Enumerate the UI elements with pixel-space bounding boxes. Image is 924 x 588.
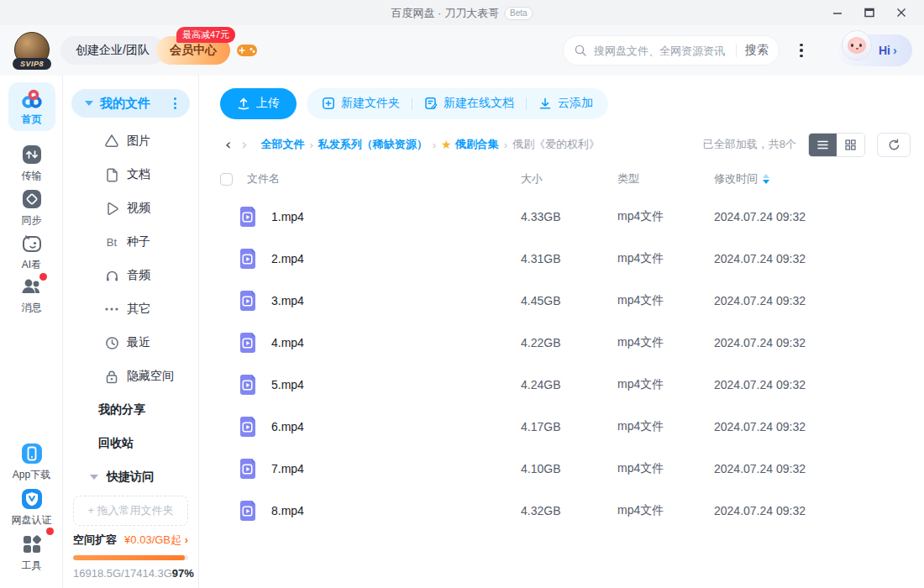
- documents-icon: [103, 168, 120, 182]
- file-size: 4.45GB: [521, 294, 617, 307]
- sidebar-item-quick-access[interactable]: 快捷访问: [63, 460, 198, 494]
- sidebar-item-recycle-bin[interactable]: 回收站: [63, 427, 198, 460]
- vip-center-button[interactable]: 会员中心 最高减47元: [156, 36, 230, 65]
- file-modified: 2024.07.24 09:32: [714, 378, 911, 391]
- audio-icon: [103, 269, 120, 282]
- nav-forward-button[interactable]: ›: [236, 137, 252, 152]
- titlebar: 百度网盘 · 刀刀大表哥 Beta: [0, 0, 924, 25]
- file-type: mp4文件: [617, 209, 714, 224]
- mp4-file-icon: [238, 332, 258, 354]
- breadcrumb-all-files[interactable]: 全部文件: [260, 137, 304, 152]
- upload-button[interactable]: 上传: [220, 88, 297, 119]
- file-row[interactable]: 6.mp4 4.17GB mp4文件 2024.07.24 09:32: [220, 406, 911, 448]
- mp4-file-icon: [238, 458, 258, 480]
- breadcrumb-collection[interactable]: 俄剧合集: [455, 137, 499, 152]
- grid-view-button[interactable]: [837, 134, 864, 156]
- file-row[interactable]: 7.mp4 4.10GB mp4文件 2024.07.24 09:32: [220, 448, 911, 490]
- videos-icon: [103, 202, 120, 216]
- search-separator: [736, 44, 737, 57]
- mp4-file-icon: [238, 500, 258, 522]
- file-name: 7.mp4: [271, 462, 304, 475]
- search-button[interactable]: 搜索: [745, 43, 769, 58]
- rail-item-transfer[interactable]: 传输: [0, 143, 63, 183]
- file-row[interactable]: 3.mp4 4.45GB mp4文件 2024.07.24 09:32: [220, 280, 911, 322]
- maximize-button[interactable]: [853, 0, 885, 25]
- svip-badge: SVIP8: [13, 58, 51, 70]
- sort-icon[interactable]: [763, 174, 769, 184]
- my-files-more-icon[interactable]: [171, 94, 180, 113]
- clock-icon: [103, 336, 120, 350]
- close-button[interactable]: [885, 0, 917, 25]
- refresh-icon: [888, 139, 900, 151]
- column-size: 大小: [521, 171, 617, 186]
- chevron-right-icon: ›: [893, 44, 897, 57]
- window-title: 百度网盘 · 刀刀大表哥 Beta: [391, 6, 533, 21]
- file-type: mp4文件: [617, 461, 714, 476]
- window-controls: [822, 0, 917, 25]
- new-folder-button[interactable]: 新建文件夹: [322, 96, 400, 111]
- rail-item-sync[interactable]: 同步: [0, 187, 63, 228]
- star-icon: ★: [441, 138, 452, 151]
- sidebar-item-my-files[interactable]: 我的文件: [71, 89, 190, 118]
- transfer-icon: [20, 143, 44, 166]
- sidebar-item-videos[interactable]: 视频: [63, 192, 198, 225]
- file-modified: 2024.07.24 09:32: [714, 294, 911, 307]
- file-name: 5.mp4: [271, 378, 304, 391]
- game-icon[interactable]: [236, 42, 258, 59]
- main-content: 上传 新建文件夹 新建在线文档: [199, 76, 924, 588]
- file-name: 3.mp4: [271, 294, 304, 307]
- file-row[interactable]: 1.mp4 4.33GB mp4文件 2024.07.24 09:32: [220, 196, 911, 238]
- app-title: 百度网盘 · 刀刀大表哥: [391, 6, 499, 21]
- list-view-icon: [817, 140, 828, 150]
- cloud-add-button[interactable]: 云添加: [538, 96, 593, 111]
- storage-expand-link[interactable]: 空间扩容 ¥0.03/GB起 ›: [73, 533, 188, 548]
- sidebar-item-recent[interactable]: 最近: [63, 326, 198, 360]
- more-menu-icon[interactable]: [793, 40, 810, 60]
- select-all-checkbox[interactable]: [220, 173, 233, 186]
- file-row[interactable]: 2.mp4 4.31GB mp4文件 2024.07.24 09:32: [220, 238, 911, 280]
- rail-item-app-download[interactable]: App下载: [0, 442, 63, 482]
- nav-back-button[interactable]: ‹: [220, 137, 236, 152]
- breadcrumb-row: ‹ › 全部文件 › 私发系列（稀缺资源） › ★ 俄剧合集 › 俄剧《爱的权利…: [220, 132, 911, 157]
- list-view-button[interactable]: [809, 134, 837, 156]
- user-greeting-pill[interactable]: Hi ›: [838, 34, 912, 66]
- file-row[interactable]: 4.mp4 4.22GB mp4文件 2024.07.24 09:32: [220, 322, 911, 364]
- file-row[interactable]: 5.mp4 4.24GB mp4文件 2024.07.24 09:32: [220, 364, 911, 406]
- rail-item-messages[interactable]: 消息: [0, 275, 63, 315]
- sidebar-item-audio[interactable]: 音频: [63, 259, 198, 292]
- rail-item-ai-view[interactable]: AI看: [0, 232, 63, 272]
- sidebar-item-torrents[interactable]: Bt 种子: [63, 225, 198, 259]
- new-online-doc-button[interactable]: 新建在线文档: [424, 96, 514, 111]
- sidebar-item-documents[interactable]: 文档: [63, 158, 198, 192]
- sidebar-item-others[interactable]: 其它: [63, 292, 198, 326]
- header: SVIP8 创建企业/团队 会员中心 最高减47元 搜索 Hi: [0, 25, 924, 76]
- drag-folder-dropzone[interactable]: + 拖入常用文件夹: [73, 496, 188, 526]
- sidebar-item-my-shares[interactable]: 我的分享: [63, 393, 198, 427]
- file-type: mp4文件: [617, 503, 714, 518]
- sidebar-item-hidden-space[interactable]: 隐藏空间: [63, 360, 198, 393]
- file-size: 4.32GB: [521, 504, 617, 517]
- sidebar-item-pictures[interactable]: 图片: [63, 124, 198, 158]
- rail-item-home[interactable]: 首页: [0, 82, 63, 131]
- breadcrumb-series[interactable]: 私发系列（稀缺资源）: [318, 137, 428, 152]
- rail-item-certification[interactable]: 网盘认证: [0, 487, 63, 528]
- cloud-add-icon: [538, 97, 552, 110]
- account-avatar[interactable]: SVIP8: [14, 32, 51, 69]
- mp4-file-icon: [238, 374, 258, 396]
- sync-icon: [20, 187, 44, 211]
- messages-icon: [20, 275, 44, 298]
- file-row[interactable]: 8.mp4 4.32GB mp4文件 2024.07.24 09:32: [220, 490, 911, 532]
- minimize-button[interactable]: [822, 0, 853, 25]
- upload-icon: [237, 97, 250, 110]
- rail-item-tools[interactable]: 工具: [0, 533, 63, 573]
- storage-usage-text: 16918.5G/17414.3G97%: [73, 567, 188, 580]
- storage-price: ¥0.03/GB起 ›: [124, 533, 188, 548]
- mp4-file-icon: [238, 206, 258, 228]
- file-name: 2.mp4: [271, 252, 304, 265]
- create-team-button[interactable]: 创建企业/团队: [60, 36, 165, 65]
- column-name: 文件名: [247, 171, 280, 186]
- beta-badge: Beta: [504, 7, 533, 20]
- refresh-button[interactable]: [877, 133, 911, 157]
- search-input[interactable]: [594, 45, 727, 57]
- column-type: 类型: [617, 171, 714, 186]
